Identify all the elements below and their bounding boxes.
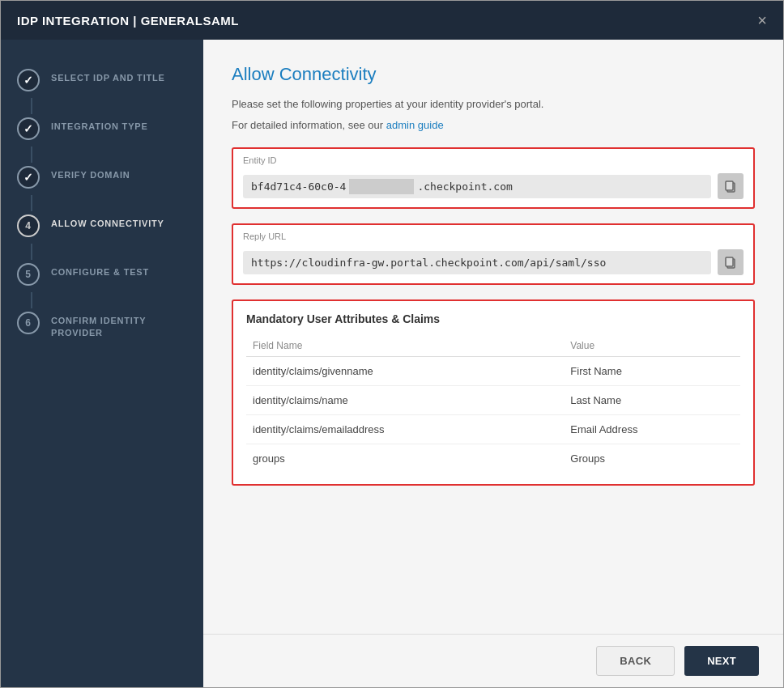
step-circle-4: 4 xyxy=(17,214,40,237)
entity-id-label: Entity ID xyxy=(233,149,753,168)
table-row: identity/claims/emailaddress Email Addre… xyxy=(246,415,740,444)
step-circle-6: 6 xyxy=(17,312,40,334)
modal-body: ✓ SELECT IDP AND TITLE ✓ INTEGRATION TYP… xyxy=(1,40,783,687)
next-button[interactable]: NEXT xyxy=(684,646,759,676)
attributes-table: Field Name Value identity/claims/givenna… xyxy=(246,335,740,473)
svg-rect-3 xyxy=(726,257,733,266)
entity-id-row: bf4d71c4-60c0-4.checkpoint.com xyxy=(233,168,753,207)
content-area: Allow Connectivity Please set the follow… xyxy=(203,40,783,634)
attr-field-1: identity/claims/name xyxy=(246,386,564,415)
step-label-2: INTEGRATION TYPE xyxy=(51,117,148,133)
admin-guide-link[interactable]: admin guide xyxy=(386,119,444,131)
attr-value-0: First Name xyxy=(564,357,740,386)
step-circle-2: ✓ xyxy=(17,117,40,140)
sidebar-step-2[interactable]: ✓ INTEGRATION TYPE xyxy=(1,104,203,153)
copy-icon xyxy=(724,180,737,193)
sidebar: ✓ SELECT IDP AND TITLE ✓ INTEGRATION TYP… xyxy=(1,40,203,687)
reply-url-row: https://cloudinfra-gw.portal.checkpoint.… xyxy=(233,244,753,283)
table-row: groups Groups xyxy=(246,444,740,474)
sidebar-step-1[interactable]: ✓ SELECT IDP AND TITLE xyxy=(1,56,203,104)
checkmark-icon-3: ✓ xyxy=(23,171,34,184)
step-number-6: 6 xyxy=(25,317,31,329)
mandatory-title: Mandatory User Attributes & Claims xyxy=(246,312,740,325)
attr-field-2: identity/claims/emailaddress xyxy=(246,415,564,444)
step-circle-5: 5 xyxy=(17,263,40,286)
reply-url-value: https://cloudinfra-gw.portal.checkpoint.… xyxy=(243,251,711,274)
sidebar-step-6[interactable]: 6 CONFIRM IDENTITY PROVIDER xyxy=(1,299,203,353)
step-circle-1: ✓ xyxy=(17,69,40,91)
sidebar-step-4[interactable]: 4 ALLOW CONNECTIVITY xyxy=(1,202,203,250)
copy-icon-2 xyxy=(724,256,737,269)
reply-url-label: Reply URL xyxy=(233,225,753,244)
main-content: Allow Connectivity Please set the follow… xyxy=(203,40,783,687)
back-button[interactable]: BACK xyxy=(596,646,675,676)
table-row: identity/claims/name Last Name xyxy=(246,386,740,415)
entity-id-box: Entity ID bf4d71c4-60c0-4.checkpoint.com xyxy=(232,147,755,209)
attr-value-1: Last Name xyxy=(564,386,740,415)
modal-footer: BACK NEXT xyxy=(203,634,783,687)
entity-id-copy-button[interactable] xyxy=(718,173,744,199)
attr-value-3: Groups xyxy=(564,444,740,474)
step-label-5: CONFIGURE & TEST xyxy=(51,263,149,278)
checkmark-icon-1: ✓ xyxy=(23,74,34,87)
description-1: Please set the following properties at y… xyxy=(232,96,755,113)
step-number-4: 4 xyxy=(25,220,31,231)
attr-field-0: identity/claims/givenname xyxy=(246,357,564,386)
step-number-5: 5 xyxy=(25,269,31,280)
step-label-1: SELECT IDP AND TITLE xyxy=(51,69,165,84)
checkmark-icon-2: ✓ xyxy=(23,122,34,135)
modal-header: IDP INTEGRATION | GENERALSAML × xyxy=(1,1,783,40)
col-header-field: Field Name xyxy=(246,335,564,357)
svg-rect-1 xyxy=(726,181,733,190)
mandatory-attributes-box: Mandatory User Attributes & Claims Field… xyxy=(232,299,755,486)
step-label-6: CONFIRM IDENTITY PROVIDER xyxy=(51,312,187,340)
description-2: For detailed information, see our admin … xyxy=(232,117,755,134)
entity-id-value: bf4d71c4-60c0-4.checkpoint.com xyxy=(243,175,711,198)
reply-url-copy-button[interactable] xyxy=(718,249,744,275)
sidebar-step-3[interactable]: ✓ VERIFY DOMAIN xyxy=(1,153,203,202)
entity-id-suffix: .checkpoint.com xyxy=(417,180,512,193)
reply-url-box: Reply URL https://cloudinfra-gw.portal.c… xyxy=(232,223,755,285)
step-label-3: VERIFY DOMAIN xyxy=(51,166,130,181)
modal-container: IDP INTEGRATION | GENERALSAML × ✓ SELECT… xyxy=(0,0,784,688)
entity-id-redacted xyxy=(349,179,414,194)
sidebar-step-5[interactable]: 5 CONFIGURE & TEST xyxy=(1,250,203,299)
table-row: identity/claims/givenname First Name xyxy=(246,357,740,386)
step-circle-3: ✓ xyxy=(17,166,40,189)
col-header-value: Value xyxy=(564,335,740,357)
close-button[interactable]: × xyxy=(757,12,767,28)
attr-value-2: Email Address xyxy=(564,415,740,444)
description-2-text: For detailed information, see our xyxy=(232,119,383,131)
page-title: Allow Connectivity xyxy=(232,64,755,85)
attr-field-3: groups xyxy=(246,444,564,474)
entity-id-text: bf4d71c4-60c0-4 xyxy=(251,180,346,193)
step-label-4: ALLOW CONNECTIVITY xyxy=(51,214,164,230)
modal-title: IDP INTEGRATION | GENERALSAML xyxy=(17,14,239,28)
